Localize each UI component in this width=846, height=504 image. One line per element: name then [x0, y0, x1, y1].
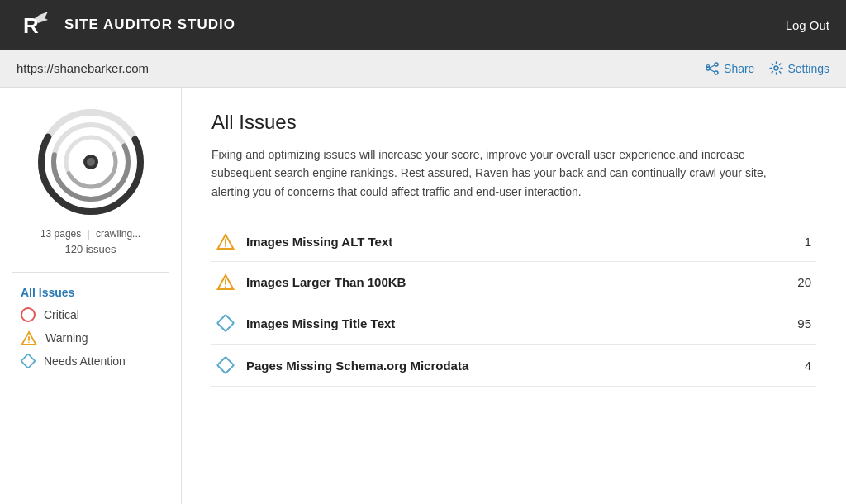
pages-info: 13 pages | crawling... [40, 228, 140, 240]
share-button[interactable]: Share [705, 62, 754, 75]
logout-button[interactable]: Log Out [786, 18, 829, 32]
warning-icon-row1 [216, 233, 235, 250]
issue-count-missing-alt: 1 [787, 235, 811, 249]
svg-rect-24 [217, 315, 234, 331]
attention-icon-row3 [216, 314, 235, 332]
sidebar-item-all-issues[interactable]: All Issues [21, 286, 169, 299]
svg-point-16 [87, 158, 95, 166]
issues-list: Images Missing ALT Text 1 Images Larger … [212, 221, 816, 387]
issue-row-missing-schema[interactable]: Pages Missing Schema.org Microdata 4 [212, 344, 816, 387]
svg-point-7 [707, 64, 710, 67]
sidebar-item-warning[interactable]: Warning [21, 330, 169, 345]
warning-label: Warning [45, 331, 88, 345]
site-url: https://shanebarker.com [17, 61, 149, 75]
svg-line-6 [710, 69, 715, 72]
svg-rect-25 [217, 357, 234, 373]
raven-logo: R [17, 7, 53, 43]
header-left: R SITE AUDITOR STUDIO [17, 7, 235, 43]
svg-point-8 [774, 66, 778, 70]
issue-row-missing-alt[interactable]: Images Missing ALT Text 1 [212, 221, 816, 261]
share-icon [705, 62, 720, 75]
issues-total: 120 issues [64, 243, 116, 255]
sidebar-nav: All Issues Critical Warning [12, 286, 169, 368]
warning-icon [21, 330, 37, 345]
sidebar-divider [12, 272, 169, 273]
score-gauge [33, 104, 149, 220]
critical-label: Critical [44, 308, 79, 321]
svg-point-21 [225, 245, 226, 247]
svg-line-5 [710, 65, 715, 68]
svg-point-3 [715, 63, 718, 66]
gauge-svg [33, 104, 149, 220]
attention-icon [21, 354, 36, 368]
crawl-status: crawling... [96, 228, 140, 240]
warning-icon-row2 [216, 273, 235, 290]
issue-row-missing-title[interactable]: Images Missing Title Text 95 [212, 302, 816, 344]
svg-text:R: R [23, 13, 39, 38]
issue-count-large-images: 20 [787, 275, 811, 289]
issue-name-missing-alt: Images Missing ALT Text [246, 235, 775, 249]
all-issues-label: All Issues [21, 286, 74, 299]
gear-icon [769, 61, 783, 75]
sidebar-item-critical[interactable]: Critical [21, 307, 169, 322]
url-bar: https://shanebarker.com Share Settings [0, 50, 846, 88]
sidebar: 13 pages | crawling... 120 issues All Is… [0, 88, 182, 504]
separator: | [88, 228, 90, 240]
settings-button[interactable]: Settings [769, 61, 829, 75]
issue-count-missing-schema: 4 [787, 359, 811, 373]
attention-icon-row4 [216, 356, 235, 374]
issue-count-missing-title: 95 [787, 316, 811, 330]
svg-rect-19 [21, 354, 36, 368]
page-description: Fixing and optimizing issues will increa… [212, 145, 773, 201]
pages-count: 13 pages [40, 228, 81, 240]
issue-name-large-images: Images Larger Than 100KB [246, 275, 775, 289]
main-content: 13 pages | crawling... 120 issues All Is… [0, 88, 846, 504]
svg-point-4 [715, 71, 718, 74]
issue-name-missing-title: Images Missing Title Text [246, 316, 775, 330]
svg-point-23 [225, 286, 226, 288]
url-actions: Share Settings [705, 61, 829, 75]
sidebar-item-attention[interactable]: Needs Attention [21, 354, 169, 368]
share-label: Share [724, 62, 754, 75]
settings-label: Settings [787, 62, 829, 75]
issue-row-large-images[interactable]: Images Larger Than 100KB 20 [212, 261, 816, 302]
content-area: All Issues Fixing and optimizing issues … [182, 88, 846, 504]
attention-label: Needs Attention [44, 354, 126, 368]
app-title: SITE AUDITOR STUDIO [64, 17, 235, 33]
issue-name-missing-schema: Pages Missing Schema.org Microdata [246, 359, 775, 373]
svg-point-18 [28, 342, 30, 344]
app-header: R SITE AUDITOR STUDIO Log Out [0, 0, 846, 50]
critical-icon [21, 307, 36, 322]
page-title: All Issues [212, 111, 816, 134]
